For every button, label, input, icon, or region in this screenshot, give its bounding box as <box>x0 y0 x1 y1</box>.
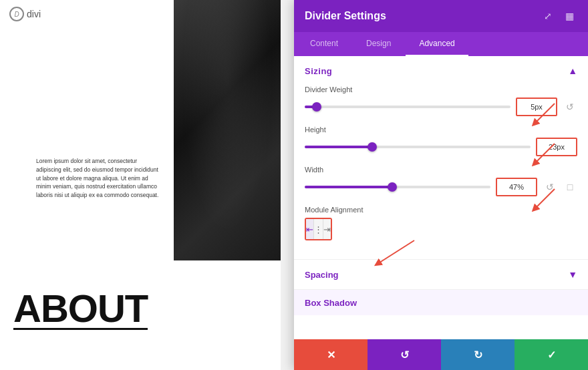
height-row: Height <box>305 126 577 156</box>
panel-header-icons: ⤢ ▦ <box>540 8 577 24</box>
module-alignment-control: ⇤ ⋮ ⇥ <box>305 218 577 240</box>
width-slider[interactable] <box>305 186 490 188</box>
spacing-section-toggle[interactable]: ▼ <box>568 269 577 280</box>
spacing-section-title: Spacing <box>305 270 339 280</box>
divi-logo: D divi <box>9 7 41 21</box>
alignment-group: ⇤ ⋮ ⇥ <box>305 218 332 240</box>
about-heading: ABOUT <box>13 289 148 330</box>
width-row: Width ↺ □ <box>305 166 577 196</box>
divider-weight-slider[interactable] <box>305 106 510 108</box>
divider-weight-thumb[interactable] <box>312 102 321 112</box>
width-thumb[interactable] <box>388 182 397 192</box>
panel-footer: ✕ ↺ ↻ ✓ <box>294 339 588 370</box>
module-alignment-row: Module Alignment ⇤ ⋮ ⇥ <box>305 206 577 240</box>
cancel-button[interactable]: ✕ <box>294 339 368 370</box>
sizing-section-toggle[interactable]: ▲ <box>568 65 577 76</box>
box-shadow-title: Box Shadow <box>305 298 357 308</box>
height-thumb[interactable] <box>368 142 377 152</box>
save-button[interactable]: ✓ <box>514 339 588 370</box>
width-device[interactable]: □ <box>563 180 577 194</box>
tab-advanced[interactable]: Advanced <box>406 32 468 56</box>
module-alignment-label: Module Alignment <box>305 206 577 214</box>
height-input[interactable] <box>536 138 577 156</box>
height-fill <box>305 146 372 148</box>
sizing-section: Sizing ▲ Divider Weight ↺ Height <box>294 56 588 260</box>
panel-tabs: Content Design Advanced <box>294 32 588 56</box>
divider-weight-input[interactable] <box>516 98 557 116</box>
width-label: Width <box>305 166 577 174</box>
spacing-section: Spacing ▼ <box>294 260 588 290</box>
divi-logo-circle: D <box>9 7 24 21</box>
width-control: ↺ □ <box>305 178 577 196</box>
sizing-section-title: Sizing <box>305 66 332 76</box>
divider-weight-reset[interactable]: ↺ <box>563 100 577 114</box>
box-shadow-section: Box Shadow <box>294 290 588 315</box>
photo-inner <box>174 0 281 260</box>
lorem-text: Lorem ipsum dolor sit amet, consectetur … <box>36 157 160 200</box>
tab-design[interactable]: Design <box>353 32 404 56</box>
divider-weight-row: Divider Weight ↺ <box>305 85 577 116</box>
divi-logo-text: divi <box>27 9 41 19</box>
align-center-button[interactable]: ⋮ <box>314 219 323 239</box>
panel-fullscreen-button[interactable]: ⤢ <box>540 8 556 24</box>
height-label: Height <box>305 126 577 134</box>
divider-weight-control: ↺ <box>305 98 577 116</box>
width-fill <box>305 186 392 188</box>
width-reset[interactable]: ↺ <box>543 180 557 194</box>
align-left-button[interactable]: ⇤ <box>306 219 314 239</box>
sizing-section-header: Sizing ▲ <box>305 65 577 76</box>
panel-title: Divider Settings <box>305 10 386 22</box>
height-control <box>305 138 577 156</box>
panel-header: Divider Settings ⤢ ▦ <box>294 0 588 32</box>
height-slider[interactable] <box>305 146 531 148</box>
photo-area <box>174 0 281 260</box>
width-input[interactable] <box>496 178 537 196</box>
settings-panel: Divider Settings ⤢ ▦ Content Design Adva… <box>294 0 588 370</box>
tab-content[interactable]: Content <box>297 32 351 56</box>
divider-weight-label: Divider Weight <box>305 85 577 94</box>
redo-button[interactable]: ↻ <box>441 339 514 370</box>
panel-body: Sizing ▲ Divider Weight ↺ Height <box>294 56 588 339</box>
undo-button[interactable]: ↺ <box>368 339 441 370</box>
align-right-button[interactable]: ⇥ <box>323 219 331 239</box>
panel-layout-button[interactable]: ▦ <box>561 8 577 24</box>
